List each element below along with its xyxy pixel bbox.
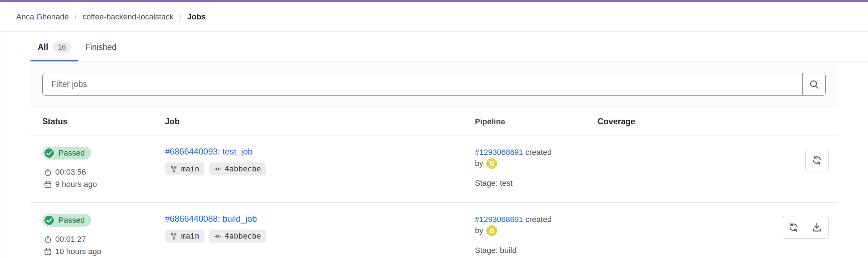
job-refs: main 4abbecbe (165, 162, 475, 175)
branch-icon (170, 165, 178, 173)
breadcrumb-separator: / (75, 12, 77, 22)
filter-bar (30, 61, 838, 107)
pipeline-link[interactable]: #1293068691 (475, 148, 523, 157)
header-job: Job (165, 117, 475, 126)
branch-ref-pill[interactable]: main (165, 162, 204, 175)
download-icon (811, 222, 822, 233)
pipeline-author-avatar[interactable] (486, 225, 497, 236)
branch-name: main (181, 165, 199, 173)
job-duration-value: 00:03:56 (55, 167, 86, 177)
status-badge-passed[interactable]: Passed (42, 147, 91, 160)
job-actions-group (805, 149, 829, 171)
commit-sha-pill[interactable]: 4abbecbe (209, 230, 266, 243)
pipeline-by-text: by (475, 158, 483, 169)
pipeline-by-line: by (475, 158, 598, 169)
table-header-row: Status Job Pipeline Coverage (30, 107, 838, 135)
commit-sha-pill[interactable]: 4abbecbe (209, 162, 266, 175)
tab-finished-label: Finished (85, 42, 117, 52)
tab-all[interactable]: All 16 (30, 42, 78, 61)
status-success-icon (44, 215, 55, 226)
identicon-avatar-icon (486, 158, 497, 169)
identicon-avatar-icon (486, 225, 497, 236)
job-finished-value: 10 hours ago (55, 247, 101, 256)
job-refs: main 4abbecbe (165, 230, 475, 243)
header-status: Status (30, 117, 165, 126)
status-label: Passed (58, 148, 85, 158)
calendar-icon (44, 248, 52, 256)
status-cell: Passed 00:03:56 9 hours ago (30, 147, 165, 189)
job-actions-group (782, 216, 829, 239)
breadcrumb-current-jobs: Jobs (187, 12, 206, 22)
retry-icon (788, 222, 799, 233)
status-badge-passed[interactable]: Passed (42, 214, 91, 227)
pipeline-cell: #1293068691 created by (475, 214, 598, 256)
status-success-icon (44, 148, 55, 158)
download-artifacts-button[interactable] (805, 216, 829, 239)
pipeline-created-line: #1293068691 created (475, 147, 598, 158)
pipeline-created-text: created (525, 215, 552, 224)
branch-icon (170, 232, 178, 240)
jobs-table: Status Job Pipeline Coverage Passed (30, 107, 838, 258)
commit-sha: 4abbecbe (225, 165, 261, 173)
retry-icon (811, 155, 822, 166)
branch-ref-pill[interactable]: main (165, 230, 204, 243)
search-icon (809, 79, 820, 90)
filter-jobs-input[interactable] (43, 73, 802, 95)
pipeline-by-text: by (475, 225, 483, 236)
tab-all-label: All (38, 42, 48, 52)
actions-cell (723, 147, 838, 171)
commit-icon (214, 232, 221, 240)
stopwatch-icon (44, 168, 52, 176)
job-finished-time: 10 hours ago (44, 247, 165, 256)
jobs-page: Anca Ghenade / coffee-backend-localstack… (0, 0, 868, 258)
breadcrumb-separator: / (179, 12, 181, 22)
job-cell: #6866440088: build_job main 4abbecbe (165, 214, 475, 243)
tab-finished[interactable]: Finished (78, 42, 124, 61)
commit-sha: 4abbecbe (225, 232, 261, 240)
status-label: Passed (58, 216, 85, 225)
jobs-tabs: All 16 Finished (30, 32, 868, 61)
header-pipeline: Pipeline (475, 116, 598, 127)
header-coverage: Coverage (598, 117, 723, 126)
breadcrumb-group[interactable]: Anca Ghenade (16, 12, 69, 22)
pipeline-author-avatar[interactable] (486, 158, 497, 169)
pipeline-stage: Stage: test (475, 178, 598, 189)
pipeline-stage: Stage: build (475, 245, 598, 256)
pipeline-cell: #1293068691 created by (475, 147, 598, 189)
job-duration: 00:03:56 (44, 167, 165, 177)
breadcrumb: Anca Ghenade / coffee-backend-localstack… (0, 2, 868, 32)
actions-cell (723, 214, 838, 239)
job-link[interactable]: #6866440088: build_job (165, 214, 257, 224)
branch-name: main (181, 232, 199, 240)
search-button[interactable] (802, 73, 825, 95)
retry-job-button[interactable] (782, 216, 805, 239)
job-finished-value: 9 hours ago (55, 180, 97, 189)
status-cell: Passed 00:01:27 10 hours ago (30, 214, 165, 256)
job-row-build-job: Passed 00:01:27 10 hours ago (30, 203, 838, 258)
pipeline-link[interactable]: #1293068691 (475, 215, 523, 224)
pipeline-created-line: #1293068691 created (475, 214, 598, 225)
calendar-icon (44, 180, 52, 189)
filter-input-group (42, 73, 826, 96)
job-duration: 00:01:27 (44, 235, 165, 244)
job-row-test-job: Passed 00:03:56 9 hours ago (30, 135, 838, 203)
commit-icon (214, 165, 221, 173)
pipeline-by-line: by (475, 225, 598, 236)
stopwatch-icon (44, 235, 52, 244)
pipeline-created-text: created (525, 148, 552, 157)
job-cell: #6866440093: test_job main 4abbecbe (165, 147, 475, 175)
tab-all-count-badge: 16 (53, 42, 71, 52)
job-duration-value: 00:01:27 (55, 235, 86, 244)
content-left-border (0, 32, 0, 258)
job-link[interactable]: #6866440093: test_job (165, 147, 253, 157)
breadcrumb-project[interactable]: coffee-backend-localstack (82, 12, 174, 22)
job-finished-time: 9 hours ago (44, 180, 165, 189)
retry-job-button[interactable] (805, 149, 829, 171)
